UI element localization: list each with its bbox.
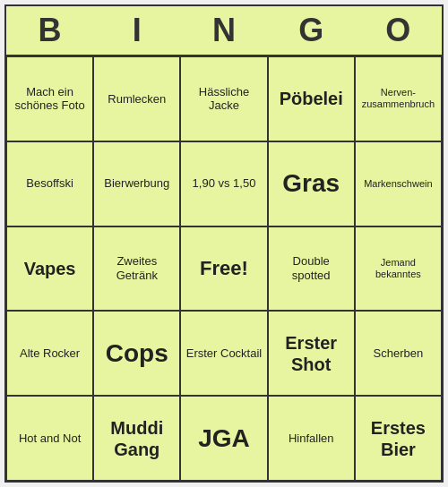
bingo-cell-7[interactable]: 1,90 vs 1,50	[180, 141, 267, 226]
bingo-cell-11[interactable]: Zweites Getränk	[93, 226, 180, 312]
bingo-cell-10[interactable]: Vapes	[6, 226, 93, 312]
bingo-cell-17[interactable]: Erster Cocktail	[180, 311, 267, 396]
header-g: G	[271, 12, 351, 49]
bingo-cell-18[interactable]: Erster Shot	[268, 311, 355, 396]
bingo-cell-5[interactable]: Besoffski	[6, 141, 93, 226]
bingo-cell-22[interactable]: JGA	[180, 396, 267, 481]
bingo-cell-21[interactable]: Muddi Gang	[93, 396, 180, 481]
bingo-cell-13[interactable]: Double spotted	[268, 226, 355, 312]
bingo-grid: Mach ein schönes FotoRumleckenHässliche …	[6, 55, 442, 481]
bingo-cell-2[interactable]: Hässliche Jacke	[180, 56, 267, 141]
bingo-cell-3[interactable]: Pöbelei	[268, 56, 355, 141]
bingo-header: B I N G O	[6, 6, 442, 55]
bingo-cell-24[interactable]: Erstes Bier	[355, 396, 442, 481]
bingo-cell-0[interactable]: Mach ein schönes Foto	[6, 56, 93, 141]
header-o: O	[358, 12, 438, 49]
header-b: B	[10, 12, 90, 49]
bingo-cell-23[interactable]: Hinfallen	[268, 396, 355, 481]
bingo-cell-20[interactable]: Hot and Not	[6, 396, 93, 481]
header-i: I	[97, 12, 177, 49]
bingo-card: B I N G O Mach ein schönes FotoRumlecken…	[4, 4, 444, 483]
bingo-cell-4[interactable]: Nerven-zusammenbruch	[355, 56, 442, 141]
bingo-cell-12[interactable]: Free!	[180, 226, 267, 312]
bingo-cell-16[interactable]: Cops	[93, 311, 180, 396]
bingo-cell-14[interactable]: Jemand bekanntes	[355, 226, 442, 312]
header-n: N	[184, 12, 264, 49]
bingo-cell-15[interactable]: Alte Rocker	[6, 311, 93, 396]
bingo-cell-9[interactable]: Markenschwein	[355, 141, 442, 226]
bingo-cell-6[interactable]: Bierwerbung	[93, 141, 180, 226]
bingo-cell-19[interactable]: Scherben	[355, 311, 442, 396]
bingo-cell-8[interactable]: Gras	[268, 141, 355, 226]
bingo-cell-1[interactable]: Rumlecken	[93, 56, 180, 141]
